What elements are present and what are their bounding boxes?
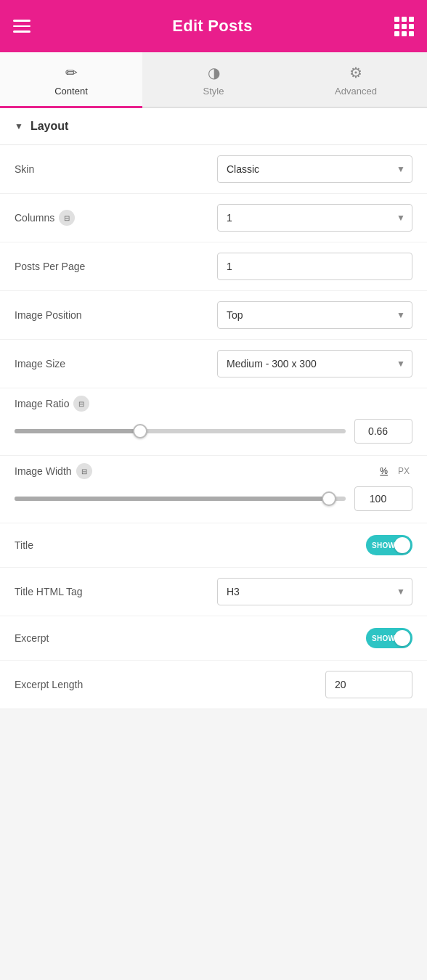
excerpt-toggle-text: SHOW [372,634,395,642]
image-ratio-track[interactable] [15,429,346,433]
image-width-input[interactable] [354,486,412,511]
chevron-down-icon: ▼ [15,121,23,131]
tab-advanced-label: Advanced [335,86,377,97]
image-width-label-row: Image Width ⊟ % PX [15,463,412,479]
image-position-row: Image Position Top Left Right None ▼ [0,291,427,340]
image-position-select-wrapper: Top Left Right None ▼ [217,301,412,329]
image-width-responsive-icon: ⊟ [76,463,92,479]
columns-row: Columns ⊟ 1 2 3 4 5 6 ▼ [0,194,427,242]
page-title: Edit Posts [172,17,253,36]
title-html-tag-label: Title HTML Tag [15,586,210,597]
image-width-fill [15,497,329,501]
excerpt-toggle-slider: SHOW [366,628,412,648]
title-label: Title [15,539,366,551]
image-size-select[interactable]: Thumbnail - 150 x 150 Medium - 300 x 300… [217,350,412,377]
columns-select-wrapper: 1 2 3 4 5 6 ▼ [217,204,412,232]
content-icon: ✏ [65,64,78,81]
image-position-label: Image Position [15,309,210,321]
title-toggle-slider: SHOW [366,535,412,555]
title-html-tag-select-wrapper: H1 H2 H3 H4 H5 H6 div span p ▼ [217,578,412,605]
image-position-control: Top Left Right None ▼ [217,301,412,329]
tab-advanced[interactable]: ⚙ Advanced [285,52,427,107]
style-icon: ◑ [208,64,220,81]
header: Edit Posts [0,0,427,52]
excerpt-length-row: Excerpt Length [0,661,427,709]
title-toggle[interactable]: SHOW [366,535,412,555]
image-width-label: Image Width ⊟ [15,463,92,479]
title-html-tag-row: Title HTML Tag H1 H2 H3 H4 H5 H6 div spa… [0,568,427,616]
image-size-control: Thumbnail - 150 x 150 Medium - 300 x 300… [217,350,412,377]
layout-section: ▼ Layout Skin Classic Cards Full Content… [0,108,427,709]
image-ratio-section: Image Ratio ⊟ [0,388,427,456]
layout-section-title: Layout [30,120,68,133]
unit-px-button[interactable]: PX [395,465,412,478]
image-size-row: Image Size Thumbnail - 150 x 150 Medium … [0,340,427,388]
columns-label: Columns ⊟ [15,210,210,226]
excerpt-label: Excerpt [15,632,366,644]
hamburger-menu-button[interactable] [13,20,30,33]
columns-responsive-icon: ⊟ [59,210,75,226]
image-ratio-fill [15,429,140,433]
tabs-bar: ✏ Content ◑ Style ⚙ Advanced [0,52,427,108]
image-ratio-slider-row [15,419,412,444]
skin-select-wrapper: Classic Cards Full Content ▼ [217,155,412,183]
image-ratio-input[interactable] [354,419,412,444]
image-ratio-thumb[interactable] [133,424,147,438]
excerpt-toggle-row: Excerpt SHOW [0,616,427,661]
title-toggle-knob [394,537,410,553]
excerpt-toggle[interactable]: SHOW [366,628,412,648]
unit-percent-button[interactable]: % [377,465,391,478]
apps-grid-button[interactable] [394,17,414,36]
title-toggle-text: SHOW [372,542,395,550]
skin-select[interactable]: Classic Cards Full Content [217,155,412,183]
tab-style-label: Style [203,86,224,97]
posts-per-page-label: Posts Per Page [15,261,210,272]
layout-section-header[interactable]: ▼ Layout [0,108,427,145]
tab-content-label: Content [54,86,88,97]
skin-row: Skin Classic Cards Full Content ▼ [0,145,427,194]
image-ratio-responsive-icon: ⊟ [73,396,89,412]
skin-label: Skin [15,163,210,175]
title-html-tag-control: H1 H2 H3 H4 H5 H6 div span p ▼ [217,578,412,605]
excerpt-toggle-knob [394,630,410,646]
image-width-slider-row [15,486,412,511]
tab-style[interactable]: ◑ Style [142,52,285,107]
image-size-select-wrapper: Thumbnail - 150 x 150 Medium - 300 x 300… [217,350,412,377]
image-size-label: Image Size [15,358,210,369]
posts-per-page-row: Posts Per Page [0,242,427,291]
image-width-thumb[interactable] [322,491,336,506]
image-width-units: % PX [377,465,412,478]
excerpt-length-label: Excerpt Length [15,679,325,690]
image-ratio-label: Image Ratio ⊟ [15,396,89,412]
tab-content[interactable]: ✏ Content [0,52,142,107]
excerpt-length-input[interactable] [325,671,412,698]
title-toggle-row: Title SHOW [0,523,427,568]
image-ratio-label-row: Image Ratio ⊟ [15,396,412,412]
columns-select[interactable]: 1 2 3 4 5 6 [217,204,412,232]
posts-per-page-control [217,253,412,280]
advanced-icon: ⚙ [349,64,362,81]
image-width-section: Image Width ⊟ % PX [0,456,427,523]
skin-control: Classic Cards Full Content ▼ [217,155,412,183]
title-html-tag-select[interactable]: H1 H2 H3 H4 H5 H6 div span p [217,578,412,605]
columns-control: 1 2 3 4 5 6 ▼ [217,204,412,232]
posts-per-page-input[interactable] [217,253,412,280]
image-position-select[interactable]: Top Left Right None [217,301,412,329]
image-width-track[interactable] [15,497,346,501]
